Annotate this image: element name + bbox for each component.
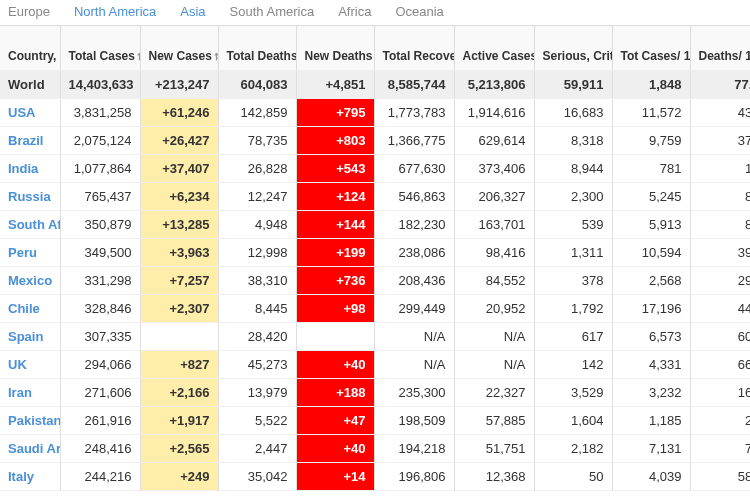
country-link[interactable]: UK <box>8 357 27 372</box>
cell-new-deaths: +124 <box>296 182 374 210</box>
cell-new-deaths: +144 <box>296 210 374 238</box>
cell-total-deaths: 45,273 <box>218 350 296 378</box>
cell-active: 98,416 <box>454 238 534 266</box>
col-total-deaths[interactable]: Total Deaths⇅ <box>218 26 296 70</box>
cell-country: Mexico <box>0 266 60 294</box>
cell-cases-per-m: 10,594 <box>612 238 690 266</box>
cell-total-cases: 3,831,258 <box>60 98 140 126</box>
tab-north-america[interactable]: North America <box>74 4 156 19</box>
country-link[interactable]: Mexico <box>8 273 52 288</box>
cell-critical: 378 <box>534 266 612 294</box>
cell-new-deaths: +14 <box>296 462 374 490</box>
cell-active: 12,368 <box>454 462 534 490</box>
country-link[interactable]: Iran <box>8 385 32 400</box>
cell-cases-per-m: 6,573 <box>612 322 690 350</box>
country-link[interactable]: Pakistan <box>8 413 60 428</box>
cell-recovered: 238,086 <box>374 238 454 266</box>
country-link[interactable]: Saudi Arabia <box>8 441 60 456</box>
cell-total-cases: 765,437 <box>60 182 140 210</box>
table-row: Italy244,216+24935,042+14196,80612,36850… <box>0 462 750 490</box>
cell-country: India <box>0 154 60 182</box>
cell-total-deaths: 5,522 <box>218 406 296 434</box>
col-new-cases[interactable]: New Cases⇅ <box>140 26 218 70</box>
col-new-deaths[interactable]: New Deaths⇅ <box>296 26 374 70</box>
country-link[interactable]: Russia <box>8 189 51 204</box>
cell-new-deaths: +188 <box>296 378 374 406</box>
cell-deaths-per-m: 608 <box>690 322 750 350</box>
cell-deaths-per-m: 667 <box>690 350 750 378</box>
cell-total-cases: 244,216 <box>60 462 140 490</box>
cell-cases-per-m: 11,572 <box>612 98 690 126</box>
tab-asia[interactable]: Asia <box>180 4 205 19</box>
table-row: Mexico331,298+7,25738,310+736208,43684,5… <box>0 266 750 294</box>
table-row: Brazil2,075,124+26,42778,735+8031,366,77… <box>0 126 750 154</box>
cell-deaths-per-m: 431 <box>690 98 750 126</box>
tab-oceania[interactable]: Oceania <box>395 4 443 19</box>
cell-deaths-per-m: 580 <box>690 462 750 490</box>
cell-active: 629,614 <box>454 126 534 154</box>
cell-critical: 1,792 <box>534 294 612 322</box>
cell-total-cases: 261,916 <box>60 406 140 434</box>
cell-total-cases: 14,403,633 <box>60 70 140 98</box>
cell-cases-per-m: 781 <box>612 154 690 182</box>
cell-cases-per-m: 5,913 <box>612 210 690 238</box>
country-link[interactable]: Spain <box>8 329 43 344</box>
cell-total-cases: 248,416 <box>60 434 140 462</box>
country-link[interactable]: Brazil <box>8 133 43 148</box>
cell-new-deaths: +199 <box>296 238 374 266</box>
cell-total-cases: 2,075,124 <box>60 126 140 154</box>
col-cases-per-m[interactable]: Tot Cases/ 1M pop⇅ <box>612 26 690 70</box>
cell-new-deaths: +98 <box>296 294 374 322</box>
cell-total-cases: 331,298 <box>60 266 140 294</box>
cell-deaths-per-m: 297 <box>690 266 750 294</box>
cell-deaths-per-m: 442 <box>690 294 750 322</box>
cell-new-deaths: +803 <box>296 126 374 154</box>
cell-recovered: N/A <box>374 350 454 378</box>
col-deaths-per-m[interactable]: Deaths/ 1M pop⇅ <box>690 26 750 70</box>
col-recovered[interactable]: Total Recovered⇅ <box>374 26 454 70</box>
cell-recovered: 546,863 <box>374 182 454 210</box>
cell-cases-per-m: 17,196 <box>612 294 690 322</box>
cell-critical: 1,311 <box>534 238 612 266</box>
cell-new-cases: +827 <box>140 350 218 378</box>
col-critical[interactable]: Serious, Critical⇅ <box>534 26 612 70</box>
country-link[interactable]: Chile <box>8 301 40 316</box>
cell-country: Italy <box>0 462 60 490</box>
table-row: Iran271,606+2,16613,979+188235,30022,327… <box>0 378 750 406</box>
country-link[interactable]: USA <box>8 105 35 120</box>
cell-active: 22,327 <box>454 378 534 406</box>
table-row: Pakistan261,916+1,9175,522+47198,50957,8… <box>0 406 750 434</box>
cell-cases-per-m: 4,331 <box>612 350 690 378</box>
col-active[interactable]: Active Cases⇅ <box>454 26 534 70</box>
cell-total-deaths: 604,083 <box>218 70 296 98</box>
cell-cases-per-m: 1,185 <box>612 406 690 434</box>
cell-recovered: 677,630 <box>374 154 454 182</box>
tab-africa[interactable]: Africa <box>338 4 371 19</box>
cell-active: N/A <box>454 350 534 378</box>
tab-south-america[interactable]: South America <box>230 4 315 19</box>
cell-new-cases: +7,257 <box>140 266 218 294</box>
cell-active: 51,751 <box>454 434 534 462</box>
country-link[interactable]: India <box>8 161 38 176</box>
tab-europe[interactable]: Europe <box>8 4 50 19</box>
col-total-cases[interactable]: Total Cases⇅ <box>60 26 140 70</box>
country-link[interactable]: Peru <box>8 245 37 260</box>
cell-total-cases: 307,335 <box>60 322 140 350</box>
cell-recovered: 208,436 <box>374 266 454 294</box>
cell-critical: 539 <box>534 210 612 238</box>
cell-deaths-per-m: 77.5 <box>690 70 750 98</box>
cell-new-cases: +213,247 <box>140 70 218 98</box>
stats-table: Country, Other⇅ Total Cases⇅ New Cases⇅ … <box>0 26 750 491</box>
table-row: South Africa350,879+13,2854,948+144182,2… <box>0 210 750 238</box>
cell-country: Chile <box>0 294 60 322</box>
cell-deaths-per-m: 70 <box>690 434 750 462</box>
country-link[interactable]: Italy <box>8 469 34 484</box>
cell-critical: 8,944 <box>534 154 612 182</box>
country-link[interactable]: South Africa <box>8 217 60 232</box>
cell-country: UK <box>0 350 60 378</box>
cell-recovered: 182,230 <box>374 210 454 238</box>
cell-new-cases: +37,407 <box>140 154 218 182</box>
col-country[interactable]: Country, Other⇅ <box>0 26 60 70</box>
cell-country: Iran <box>0 378 60 406</box>
cell-new-cases: +249 <box>140 462 218 490</box>
